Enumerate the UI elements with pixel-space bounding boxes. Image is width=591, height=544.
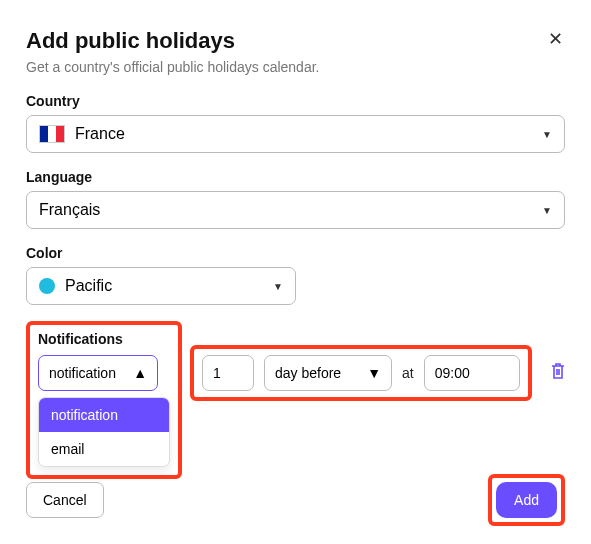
at-label: at bbox=[402, 365, 414, 381]
close-icon[interactable]: ✕ bbox=[546, 28, 565, 50]
notification-amount-input[interactable] bbox=[202, 355, 254, 391]
chevron-down-icon: ▼ bbox=[542, 205, 552, 216]
notification-type-value: notification bbox=[49, 365, 116, 381]
flag-france-icon bbox=[39, 125, 65, 143]
country-value: France bbox=[75, 125, 125, 143]
color-label: Color bbox=[26, 245, 565, 261]
chevron-down-icon: ▼ bbox=[367, 365, 381, 381]
language-select[interactable]: Français ▼ bbox=[26, 191, 565, 229]
chevron-down-icon: ▼ bbox=[273, 281, 283, 292]
chevron-down-icon: ▼ bbox=[542, 129, 552, 140]
dialog-title: Add public holidays bbox=[26, 28, 319, 54]
notification-type-select[interactable]: notification ▲ bbox=[38, 355, 158, 391]
chevron-up-icon: ▲ bbox=[133, 365, 147, 381]
dialog-subtitle: Get a country's official public holidays… bbox=[26, 59, 319, 75]
trash-icon[interactable] bbox=[550, 362, 566, 385]
color-select[interactable]: Pacific ▼ bbox=[26, 267, 296, 305]
language-value: Français bbox=[39, 201, 100, 219]
country-select[interactable]: France ▼ bbox=[26, 115, 565, 153]
country-label: Country bbox=[26, 93, 565, 109]
language-label: Language bbox=[26, 169, 565, 185]
add-button[interactable]: Add bbox=[496, 482, 557, 518]
color-swatch-icon bbox=[39, 278, 55, 294]
notifications-label: Notifications bbox=[38, 331, 170, 347]
cancel-button[interactable]: Cancel bbox=[26, 482, 104, 518]
dropdown-option-notification[interactable]: notification bbox=[39, 398, 169, 432]
dropdown-option-email[interactable]: email bbox=[39, 432, 169, 466]
notification-unit-select[interactable]: day before ▼ bbox=[264, 355, 392, 391]
notification-type-dropdown: notification email bbox=[38, 397, 170, 467]
notification-unit-value: day before bbox=[275, 365, 341, 381]
notification-time-input[interactable] bbox=[424, 355, 520, 391]
color-value: Pacific bbox=[65, 277, 112, 295]
